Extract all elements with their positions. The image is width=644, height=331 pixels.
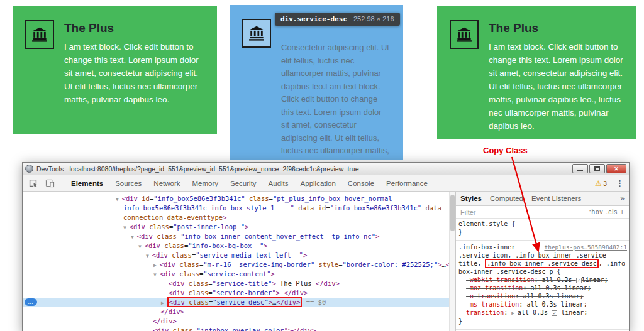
dom-tree-node[interactable]: ▼ <div class="info-box-bg-box ">: [23, 241, 449, 251]
code-segment-tag: >: [375, 232, 379, 240]
minimize-icon: [577, 170, 583, 171]
styles-sidebar: StylesComputedEvent Listeners» Filter :h…: [455, 192, 629, 331]
style-rule-line[interactable]: -moz-transition: all 0.3s linear;: [456, 284, 629, 292]
warnings-badge[interactable]: ⚠ 3: [595, 179, 607, 188]
code-segment-val: "service-title": [213, 279, 272, 287]
code-segment-pln: linear;: [557, 309, 587, 316]
style-rule-line[interactable]: -o-transition: all 0.3s linear;: [456, 292, 629, 300]
code-segment-pln: .info-box-inner: [458, 244, 515, 251]
code-segment-val: "service-media text-left ": [196, 251, 303, 259]
style-selector-service-desc[interactable]: title, .info-box-inner .service-desc, .i…: [456, 259, 629, 268]
dom-tree-node[interactable]: <div class="service-border"> </div>: [23, 288, 449, 298]
dom-tree-node[interactable]: <div class="service-title"> The Plus </d…: [23, 279, 449, 288]
styles-tab-event-listeners[interactable]: Event Listeners: [531, 195, 581, 202]
code-segment-pln: : all 0.3s linear;: [523, 285, 591, 291]
style-rule-line[interactable]: theplus-pos…585898482:1.info-box-inner: [456, 240, 629, 251]
styles-filter-bar[interactable]: Filter :hov .cls +: [456, 206, 629, 219]
tab-audits[interactable]: Audits: [269, 180, 289, 187]
device-toolbar-icon[interactable]: [45, 178, 55, 188]
code-segment-tag: </div>: [153, 317, 177, 325]
maximize-icon: [594, 166, 600, 171]
code-segment-pln: title,: [458, 260, 485, 267]
dom-node-service-desc-selected[interactable]: …▶ <div class="service-desc">…</div> == …: [23, 298, 449, 307]
tab-performance[interactable]: Performance: [386, 180, 428, 187]
code-segment-tag: <div: [145, 242, 160, 249]
styles-tab-styles[interactable]: Styles: [460, 195, 482, 202]
styles-rules-list[interactable]: element.style {}theplus-pos…585898482:1.…: [456, 219, 629, 331]
tab-console[interactable]: Console: [348, 180, 374, 187]
code-segment-pln: all 0.3s: [518, 309, 552, 316]
dom-tree-node[interactable]: info_box5e86e3f3b341c info-box-style-1 "…: [23, 203, 449, 213]
code-segment-tag: <div: [130, 223, 145, 231]
styles-tab-computed[interactable]: Computed: [490, 195, 523, 202]
code-segment-tag: <div: [137, 232, 153, 240]
code-segment-val: "infobox-overlay-color": [197, 327, 288, 331]
filter-input[interactable]: Filter: [460, 209, 475, 216]
code-segment-attr: class: [145, 223, 169, 231]
maximize-button[interactable]: [589, 164, 605, 173]
dom-tree-node[interactable]: <div class="infobox-overlay-color"></div…: [23, 326, 449, 331]
style-rule-line[interactable]: element.style {: [456, 220, 629, 228]
dom-tree-node[interactable]: ▼ <div class="info-box-inner content_hov…: [23, 232, 449, 241]
tooltip-selector: div.service-desc: [280, 15, 347, 23]
tab-memory[interactable]: Memory: [192, 180, 219, 187]
elements-tree-panel[interactable]: ▼ <div id="info_box5e86e3f3b341c" class=…: [23, 192, 449, 331]
info-box-card-left: The Plus I am text block. Click edit but…: [13, 6, 217, 134]
dom-tree-node[interactable]: ▼ <div class="post-inner-loop ">: [23, 222, 449, 232]
code-segment-pln: : all 0.3s: [534, 276, 575, 283]
dom-tree-node[interactable]: ▼ <div class="service-media text-left ">: [23, 251, 449, 260]
style-rule-line[interactable]: -ms-transition: all 0.3s linear;: [456, 300, 629, 308]
code-segment-val: "info_box5e86e3f3b341c": [330, 204, 421, 212]
code-segment-pln: The Plus: [276, 279, 316, 287]
dom-tree-node[interactable]: </div>: [23, 317, 449, 326]
dom-tree-node[interactable]: connection data-eventtype>: [23, 213, 449, 222]
more-actions-chip[interactable]: …: [25, 298, 37, 306]
code-segment-pln: : all 0.3s linear;: [519, 301, 587, 308]
code-segment-attr: data-: [421, 204, 445, 212]
style-rule-line[interactable]: transition: ▶ all 0.3s ✓ linear;: [456, 308, 629, 317]
warning-icon: ⚠: [595, 179, 602, 188]
code-segment-tag: </div>: [284, 289, 308, 296]
code-segment-tw: ▼: [116, 197, 122, 202]
hov-cls-add-controls[interactable]: :hov .cls +: [589, 209, 625, 215]
dom-tree-node[interactable]: ▼ <div id="info_box5e86e3f3b341c" class=…: [23, 194, 449, 203]
code-segment-tw: ▼: [123, 225, 130, 231]
close-button[interactable]: ✕: [606, 164, 626, 173]
tab-security[interactable]: Security: [230, 180, 257, 187]
stylesheet-source-link[interactable]: theplus-pos…585898482:1: [544, 243, 627, 251]
tab-sources[interactable]: Sources: [115, 180, 142, 187]
bank-icon: [450, 20, 479, 49]
inspect-element-icon[interactable]: [28, 178, 38, 188]
code-segment-val: "pt_plus_info_box hover_normal: [273, 195, 392, 202]
scrollbar-thumb[interactable]: [450, 195, 455, 231]
tab-elements[interactable]: Elements: [71, 180, 103, 187]
minimize-button[interactable]: [572, 164, 588, 173]
annotation-red-box: <div class="service-desc">…</div>: [167, 297, 303, 307]
inspect-tooltip: div.service-desc 252.98 × 216: [275, 13, 400, 26]
code-segment-tag: >: [303, 251, 307, 259]
style-rule-line[interactable]: box-inner .service-desc p {: [456, 268, 629, 276]
style-rule-line[interactable]: -webkit-transition: all 0.3s ✓linear;: [456, 276, 629, 284]
dom-tree-node[interactable]: ▼ <div class="service-content">: [23, 269, 449, 279]
bank-icon: [25, 20, 54, 49]
code-segment-tw: ▶: [511, 310, 518, 316]
code-segment-prop: -webkit-transition: [466, 276, 534, 283]
annotation-red-box: .info-box-inner .service-desc: [485, 259, 599, 268]
style-rule-line[interactable]: }: [456, 317, 629, 325]
devtools-titlebar[interactable]: DevTools - localhost:8080/theplus/?page_…: [23, 163, 629, 175]
kebab-menu-icon[interactable]: ⋮: [616, 178, 624, 188]
code-segment-tag: <div: [169, 298, 185, 306]
code-segment-tag: <div: [160, 270, 175, 278]
style-rule-line[interactable]: }: [456, 228, 629, 236]
bank-icon: [242, 19, 271, 48]
code-segment-tag: <div: [169, 289, 184, 296]
dom-tree-node[interactable]: </div>: [23, 307, 449, 317]
elements-scrollbar[interactable]: [449, 192, 455, 331]
card-body-text: I am text block. Click edit button to ch…: [489, 40, 623, 133]
tab-application[interactable]: Application: [301, 180, 336, 187]
dom-tree-node[interactable]: ▶ <div class="m-r-16 service-img-border"…: [23, 260, 449, 269]
overflow-chevron-icon[interactable]: »: [620, 194, 625, 203]
code-segment-attr: connection data-eventtype: [123, 214, 223, 221]
tab-network[interactable]: Network: [153, 180, 180, 187]
code-segment-val: "service-content": [203, 270, 270, 278]
